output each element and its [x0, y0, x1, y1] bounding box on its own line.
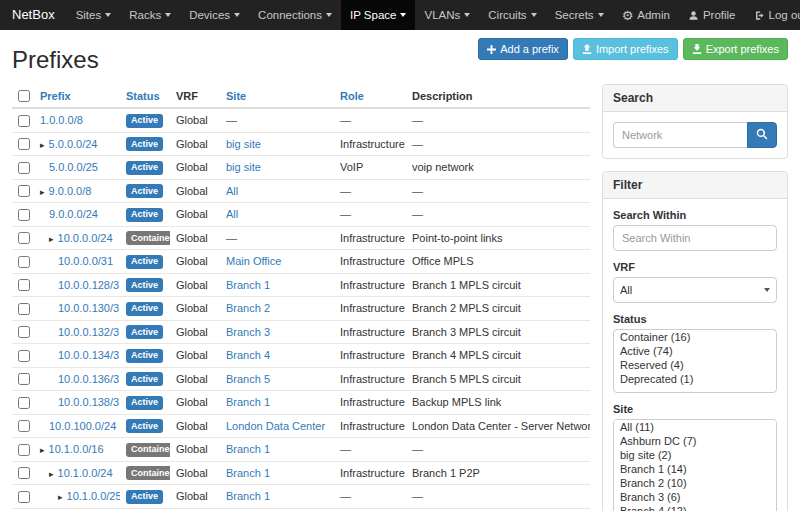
- search-input[interactable]: [613, 122, 747, 148]
- content: Add a prefix Import prefixes Export pref…: [0, 30, 800, 511]
- search-within-input[interactable]: [613, 225, 777, 251]
- row-checkbox[interactable]: [18, 420, 30, 432]
- site-link[interactable]: All: [226, 185, 238, 197]
- status-filter-list[interactable]: Container (16)Active (74)Reserved (4)Dep…: [613, 329, 777, 393]
- import-prefixes-button[interactable]: Import prefixes: [573, 38, 678, 60]
- site-link[interactable]: Branch 1: [226, 396, 270, 408]
- nav-item-sites[interactable]: Sites: [67, 0, 121, 30]
- nav-item-circuits[interactable]: Circuits: [479, 0, 545, 30]
- prefix-link[interactable]: 10.0.0.132/31: [58, 326, 120, 338]
- filter-option[interactable]: Branch 3 (6): [614, 490, 776, 504]
- site-link[interactable]: big site: [226, 138, 261, 150]
- row-checkbox[interactable]: [18, 350, 30, 362]
- row-checkbox[interactable]: [18, 185, 30, 197]
- site-link[interactable]: Branch 1: [226, 279, 270, 291]
- filter-option[interactable]: Reserved (4): [614, 358, 776, 372]
- filter-option[interactable]: Container (16): [614, 330, 776, 344]
- expand-arrow-icon[interactable]: ▸: [40, 187, 45, 197]
- prefix-link[interactable]: 1.0.0.0/8: [40, 114, 83, 126]
- status-badge: Active: [126, 161, 163, 175]
- row-checkbox[interactable]: [18, 397, 30, 409]
- site-link[interactable]: Branch 1: [226, 467, 270, 479]
- site-cell: Branch 1: [220, 438, 334, 462]
- filter-panel-title: Filter: [603, 172, 787, 199]
- site-link[interactable]: Branch 5: [226, 373, 270, 385]
- column-header-status[interactable]: Status: [126, 90, 160, 102]
- nav-item-vlans[interactable]: VLANs: [415, 0, 479, 30]
- prefix-link[interactable]: 10.1.0.0/16: [49, 443, 104, 455]
- site-link[interactable]: All: [226, 208, 238, 220]
- row-checkbox[interactable]: [18, 115, 30, 127]
- select-all-checkbox[interactable]: [18, 90, 30, 102]
- admin-link[interactable]: ⚙ Admin: [613, 0, 679, 30]
- row-checkbox[interactable]: [18, 209, 30, 221]
- filter-option[interactable]: Active (74): [614, 344, 776, 358]
- site-link[interactable]: Branch 3: [226, 326, 270, 338]
- description-cell: Branch 1 P2P: [406, 461, 590, 485]
- prefix-link[interactable]: 5.0.0.0/24: [49, 138, 98, 150]
- vrf-select[interactable]: All: [613, 277, 777, 303]
- filter-option[interactable]: big site (2): [614, 448, 776, 462]
- filter-option[interactable]: Branch 1 (14): [614, 462, 776, 476]
- role-cell: Infrastructure: [334, 367, 406, 391]
- expand-arrow-icon[interactable]: ▸: [58, 492, 63, 502]
- nav-item-secrets[interactable]: Secrets: [546, 0, 613, 30]
- prefix-link[interactable]: 10.0.0.130/31: [58, 302, 120, 314]
- prefix-link[interactable]: 5.0.0.0/25: [49, 161, 98, 173]
- site-link[interactable]: Main Office: [226, 255, 281, 267]
- site-link[interactable]: Branch 1: [226, 443, 270, 455]
- site-filter-list[interactable]: All (11)Ashburn DC (7)big site (2)Branch…: [613, 419, 777, 511]
- row-checkbox[interactable]: [18, 279, 30, 291]
- prefix-link[interactable]: 10.0.0.0/24: [58, 232, 113, 244]
- site-link[interactable]: London Data Center: [226, 420, 325, 432]
- expand-arrow-icon[interactable]: ▸: [40, 140, 45, 150]
- add-prefix-button[interactable]: Add a prefix: [478, 38, 568, 60]
- prefix-link[interactable]: 10.0.0.138/31: [58, 396, 120, 408]
- profile-link[interactable]: Profile: [679, 0, 745, 30]
- row-checkbox[interactable]: [18, 303, 30, 315]
- row-checkbox[interactable]: [18, 491, 30, 503]
- expand-arrow-icon[interactable]: ▸: [49, 234, 54, 244]
- prefix-link[interactable]: 9.0.0.0/24: [49, 208, 98, 220]
- row-checkbox[interactable]: [18, 138, 30, 150]
- filter-option[interactable]: Branch 4 (12): [614, 504, 776, 511]
- prefix-link[interactable]: 10.1.0.0/24: [58, 467, 113, 479]
- row-checkbox[interactable]: [18, 256, 30, 268]
- brand[interactable]: NetBox: [0, 0, 67, 30]
- logout-link[interactable]: Log out: [745, 0, 800, 30]
- row-checkbox[interactable]: [18, 232, 30, 244]
- status-badge: Active: [126, 208, 163, 222]
- column-header-role[interactable]: Role: [340, 90, 364, 102]
- prefix-link[interactable]: 10.0.0.136/31: [58, 373, 120, 385]
- filter-option[interactable]: Ashburn DC (7): [614, 434, 776, 448]
- row-checkbox[interactable]: [18, 467, 30, 479]
- row-checkbox[interactable]: [18, 444, 30, 456]
- expand-arrow-icon[interactable]: ▸: [40, 445, 45, 455]
- filter-option[interactable]: Branch 2 (10): [614, 476, 776, 490]
- filter-option[interactable]: Deprecated (1): [614, 372, 776, 386]
- nav-item-devices[interactable]: Devices: [180, 0, 249, 30]
- expand-arrow-icon[interactable]: ▸: [49, 469, 54, 479]
- row-checkbox[interactable]: [18, 162, 30, 174]
- row-checkbox[interactable]: [18, 326, 30, 338]
- prefix-link[interactable]: 9.0.0.0/8: [49, 185, 92, 197]
- site-link[interactable]: Branch 1: [226, 490, 270, 502]
- prefix-link[interactable]: 10.1.0.0/25: [67, 490, 120, 502]
- prefix-link[interactable]: 10.0.100.0/24: [49, 420, 116, 432]
- export-prefixes-button[interactable]: Export prefixes: [683, 38, 788, 60]
- column-header-site[interactable]: Site: [226, 90, 246, 102]
- prefix-link[interactable]: 10.0.0.134/31: [58, 349, 120, 361]
- nav-item-ip-space[interactable]: IP Space: [341, 0, 415, 30]
- site-link[interactable]: Branch 4: [226, 349, 270, 361]
- site-link[interactable]: big site: [226, 161, 261, 173]
- prefix-link[interactable]: 10.0.0.128/31: [58, 279, 120, 291]
- nav-item-racks[interactable]: Racks: [120, 0, 180, 30]
- row-checkbox[interactable]: [18, 373, 30, 385]
- filter-option[interactable]: All (11): [614, 420, 776, 434]
- prefix-link[interactable]: 10.0.0.0/31: [58, 255, 113, 267]
- search-button[interactable]: [747, 122, 777, 148]
- status-badge: Active: [126, 114, 163, 128]
- site-link[interactable]: Branch 2: [226, 302, 270, 314]
- nav-item-connections[interactable]: Connections: [249, 0, 341, 30]
- column-header-prefix[interactable]: Prefix: [40, 90, 71, 102]
